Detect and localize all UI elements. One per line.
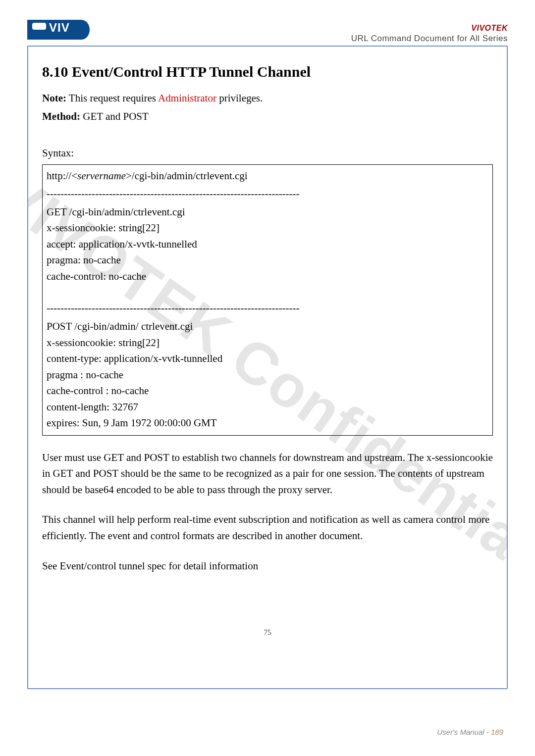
url-suffix: >/cgi-bin/admin/ctrlevent.cgi <box>126 170 248 182</box>
header-text: VIVOTEK URL Command Document for All Ser… <box>351 24 508 44</box>
url-prefix: http://< <box>47 170 77 182</box>
post-line-5: content-length: 32767 <box>47 399 488 415</box>
spacer <box>47 284 488 298</box>
logo-text: VIV <box>49 21 70 35</box>
doc-title: URL Command Document for All Series <box>351 34 508 44</box>
separator-2: ----------------------------------------… <box>47 300 488 316</box>
logo-bg: VIV <box>27 20 90 40</box>
paragraph-1: User must use GET and POST to establish … <box>42 450 493 498</box>
method-value: GET and POST <box>80 110 149 122</box>
syntax-url: http://<servername>/cgi-bin/admin/ctrlev… <box>47 168 488 184</box>
get-line-1: x-sessioncookie: string[22] <box>47 220 488 236</box>
post-line-2: content-type: application/x-vvtk-tunnell… <box>47 351 488 367</box>
footer-page-number: 189 <box>491 728 503 736</box>
get-line-2: accept: application/x-vvtk-tunnelled <box>47 236 488 252</box>
note-line: Note: This request requires Administrato… <box>42 90 493 124</box>
footer-label: User's Manual - <box>437 728 491 736</box>
note-label: Note: <box>42 92 66 104</box>
post-line-4: cache-control : no-cache <box>47 383 488 399</box>
note-post: privileges. <box>216 92 263 104</box>
brand-title: VIVOTEK <box>351 24 508 33</box>
get-line-4: cache-control: no-cache <box>47 268 488 285</box>
get-line-0: GET /cgi-bin/admin/ctrlevent.cgi <box>47 204 488 220</box>
camera-icon <box>32 23 46 30</box>
separator-1: ----------------------------------------… <box>47 186 488 202</box>
post-line-1: x-sessioncookie: string[22] <box>47 335 488 351</box>
syntax-block: http://<servername>/cgi-bin/admin/ctrlev… <box>42 164 493 436</box>
post-line-3: pragma : no-cache <box>47 367 488 383</box>
get-line-3: pragma: no-cache <box>47 252 488 268</box>
page-root: VIV VIVOTEK URL Command Document for All… <box>0 0 535 756</box>
main-content-box: VIVOTEK Confidential 8.10 Event/Control … <box>27 46 508 689</box>
post-line-6: expires: Sun, 9 Jam 1972 00:00:00 GMT <box>47 415 488 431</box>
inner-page-number: 75 <box>42 628 493 637</box>
footer-page: User's Manual - 189 <box>437 728 503 736</box>
url-server: servername <box>77 170 126 182</box>
brand-logo: VIV <box>27 20 92 44</box>
note-pre: This request requires <box>66 92 158 104</box>
syntax-label: Syntax: <box>42 145 493 161</box>
header-row: VIV VIVOTEK URL Command Document for All… <box>27 20 508 44</box>
note-privilege: Administrator <box>158 92 216 104</box>
paragraph-2: This channel will help perform real-time… <box>42 511 493 544</box>
paragraph-3: See Event/control tunnel spec for detail… <box>42 558 493 574</box>
post-line-0: POST /cgi-bin/admin/ ctrlevent.cgi <box>47 318 488 335</box>
section-heading: 8.10 Event/Control HTTP Tunnel Channel <box>42 63 493 80</box>
method-label: Method: <box>42 110 80 122</box>
